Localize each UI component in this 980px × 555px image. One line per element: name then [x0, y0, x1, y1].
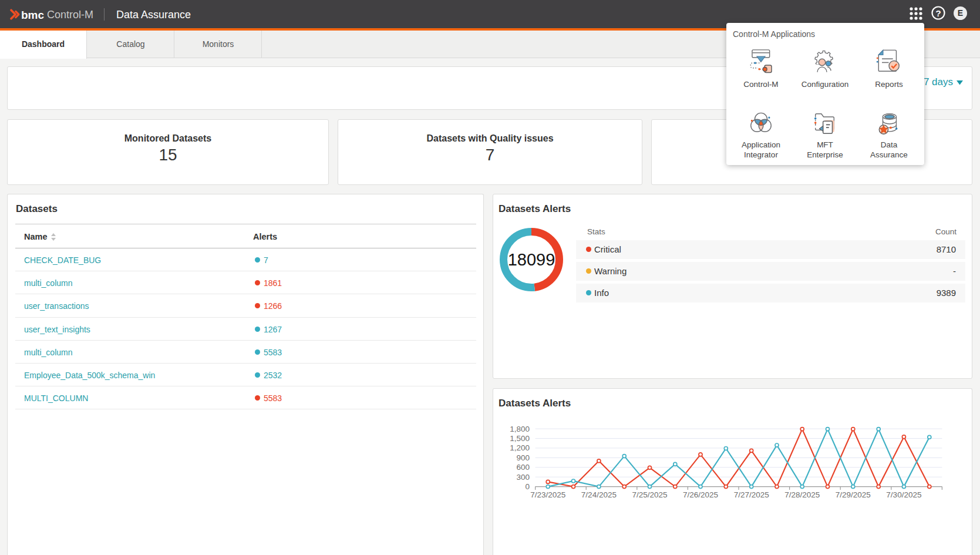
- svg-text:?: ?: [935, 8, 941, 18]
- svg-text:18099: 18099: [508, 250, 555, 269]
